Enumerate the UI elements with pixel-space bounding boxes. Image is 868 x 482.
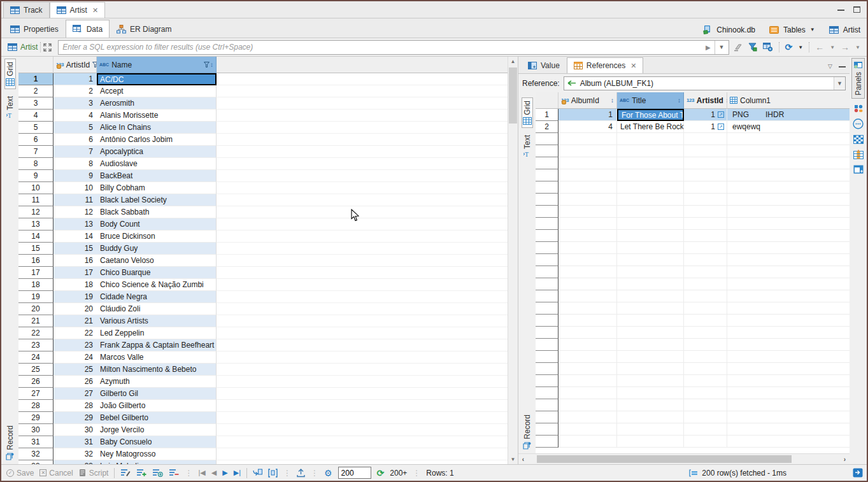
cell-name[interactable]: Bruce Dickinson	[97, 230, 217, 243]
cell-name[interactable]: Chico Science & Nação Zumbi	[97, 279, 217, 291]
row-header[interactable]: 25	[18, 364, 53, 376]
cell-name[interactable]: AC/DC	[97, 73, 217, 85]
cell-artistid[interactable]: 11	[53, 194, 97, 206]
cell-artistid[interactable]: 7	[53, 146, 97, 158]
cell-name[interactable]: Billy Cobham	[97, 182, 217, 194]
refresh-icon[interactable]: ⟳	[785, 43, 793, 52]
tables-node-label[interactable]: Tables	[783, 25, 806, 34]
cell-name[interactable]: BackBeat	[97, 170, 217, 182]
row-header[interactable]: 1	[18, 73, 53, 85]
cell-artistid[interactable]: 3	[53, 97, 97, 110]
binary-viewer-icon[interactable]	[853, 135, 864, 144]
view-menu-icon[interactable]: ▽	[828, 63, 832, 69]
column-header-name[interactable]: ABC Name ↕	[97, 57, 217, 73]
cell-artistid[interactable]: 1	[53, 73, 97, 85]
cell-name[interactable]: Led Zeppelin	[97, 327, 217, 339]
record-mode-toggle[interactable]: Record	[6, 425, 15, 464]
row-header[interactable]: 27	[18, 388, 53, 400]
row-header[interactable]: 22	[18, 327, 53, 339]
grid-panel-icon[interactable]	[853, 150, 864, 159]
column-header-artistid[interactable]: 123 ArtistId ↕	[53, 57, 97, 73]
cell-name[interactable]: Chico Buarque	[97, 267, 217, 279]
scroll-down-icon[interactable]: ▼	[508, 455, 518, 464]
cell-artistid[interactable]: 21	[53, 315, 97, 327]
close-icon[interactable]: ✕	[630, 62, 636, 70]
tab-value[interactable]: Value	[521, 57, 567, 73]
export-data-icon[interactable]	[297, 469, 305, 478]
cell-artistid[interactable]: 10	[53, 182, 97, 194]
close-icon[interactable]: ✕	[92, 6, 98, 15]
cell-artistid[interactable]: 13	[53, 218, 97, 230]
tab-properties[interactable]: Properties	[3, 20, 66, 38]
row-header[interactable]: 16	[18, 255, 53, 267]
column-header-artistid-fk[interactable]: 123 ArtistId ↕	[684, 92, 727, 109]
tab-text-view[interactable]: Text T	[4, 93, 16, 122]
scroll-right-icon[interactable]: ›	[840, 456, 850, 463]
cell-name[interactable]: Antônio Carlos Jobim	[97, 134, 217, 146]
cell-artistid[interactable]: 30	[53, 424, 97, 436]
last-row-icon[interactable]: ▶|	[234, 469, 241, 477]
cell-name[interactable]: Gilberto Gil	[97, 388, 217, 400]
cell-artistid[interactable]: 8	[53, 158, 97, 170]
row-header[interactable]: 14	[18, 230, 53, 243]
cell-title[interactable]: Let There Be Rock	[617, 121, 684, 133]
scroll-left-icon[interactable]: ‹	[518, 456, 528, 463]
refresh-fetch-icon[interactable]: ⟳	[377, 469, 385, 478]
cell-name[interactable]: Ney Matogrosso	[97, 448, 217, 460]
cell-name[interactable]: Baby Consuelo	[97, 436, 217, 448]
cell-column1[interactable]: PNGIHDR	[727, 109, 850, 121]
row-header[interactable]: 2	[18, 85, 53, 97]
row-header[interactable]: 28	[18, 400, 53, 412]
duplicate-row-icon[interactable]	[152, 469, 163, 477]
panels-button[interactable]: Panels	[851, 58, 865, 99]
cell-name[interactable]: Milton Nascimento & Bebeto	[97, 364, 217, 376]
cell-name[interactable]: Alanis Morissette	[97, 110, 217, 122]
cell-artistid[interactable]: 28	[53, 400, 97, 412]
fetch-next-page-icon[interactable]	[253, 469, 262, 478]
cell-name[interactable]: Cláudio Zoli	[97, 303, 217, 315]
cell-name[interactable]: Alice In Chains	[97, 122, 217, 134]
row-header[interactable]: 33	[18, 460, 53, 464]
row-header[interactable]: 5	[18, 122, 53, 134]
cell-name[interactable]: João Gilberto	[97, 400, 217, 412]
cancel-button[interactable]: ✕ Cancel	[39, 469, 73, 478]
scrollbar-thumb[interactable]	[509, 67, 517, 124]
chevron-down-icon[interactable]: ▼	[810, 27, 815, 32]
first-row-icon[interactable]: |◀	[198, 469, 205, 477]
cell-artistid[interactable]: 6	[53, 134, 97, 146]
open-reference-icon[interactable]: ↗	[718, 124, 724, 130]
cell-name[interactable]: Azymuth	[97, 376, 217, 388]
forward-menu-icon[interactable]: ▼	[855, 45, 860, 50]
previous-row-icon[interactable]: ◀	[211, 469, 217, 477]
metadata-toggle-icon[interactable]	[854, 104, 863, 113]
script-button[interactable]: Script	[79, 469, 109, 478]
rp-grid-corner[interactable]	[536, 92, 559, 109]
cell-name[interactable]: Apocalyptica	[97, 146, 217, 158]
cell-name[interactable]: Luiz Melodia	[97, 460, 217, 464]
cell-artistid[interactable]: 27	[53, 388, 97, 400]
scrollbar-thumb[interactable]	[537, 455, 792, 463]
combo-chevron-icon[interactable]: ▼	[834, 77, 845, 90]
cell-albumid[interactable]: 4	[559, 121, 617, 133]
column-header-albumid[interactable]: 123 AlbumId ↕	[559, 92, 617, 109]
cell-artistid[interactable]: 25	[53, 364, 97, 376]
toggle-panel-icon[interactable]	[853, 468, 863, 478]
cell-artistid[interactable]: 32	[53, 448, 97, 460]
row-header[interactable]: 31	[18, 436, 53, 448]
cell-albumid[interactable]: 1	[559, 109, 617, 121]
database-name[interactable]: Chinook.db	[716, 25, 755, 34]
tab-artist[interactable]: Artist ✕	[50, 2, 106, 18]
row-header[interactable]: 21	[18, 315, 53, 327]
cell-name[interactable]: Jorge Vercilo	[97, 424, 217, 436]
save-button[interactable]: ✓ Save	[6, 469, 34, 478]
refresh-menu-icon[interactable]: ▼	[798, 45, 803, 50]
minimize-panel-icon[interactable]	[839, 66, 846, 67]
scroll-up-icon[interactable]: ▲	[508, 57, 518, 66]
cell-artistid[interactable]: 22	[53, 327, 97, 339]
back-menu-icon[interactable]: ▼	[830, 45, 835, 50]
row-header[interactable]: 10	[18, 182, 53, 194]
cell-artistid[interactable]: 5	[53, 122, 97, 134]
rp-tab-grid-view[interactable]: Grid	[522, 97, 533, 128]
row-header[interactable]: 1	[536, 109, 559, 121]
cell-artistid[interactable]: 31	[53, 436, 97, 448]
